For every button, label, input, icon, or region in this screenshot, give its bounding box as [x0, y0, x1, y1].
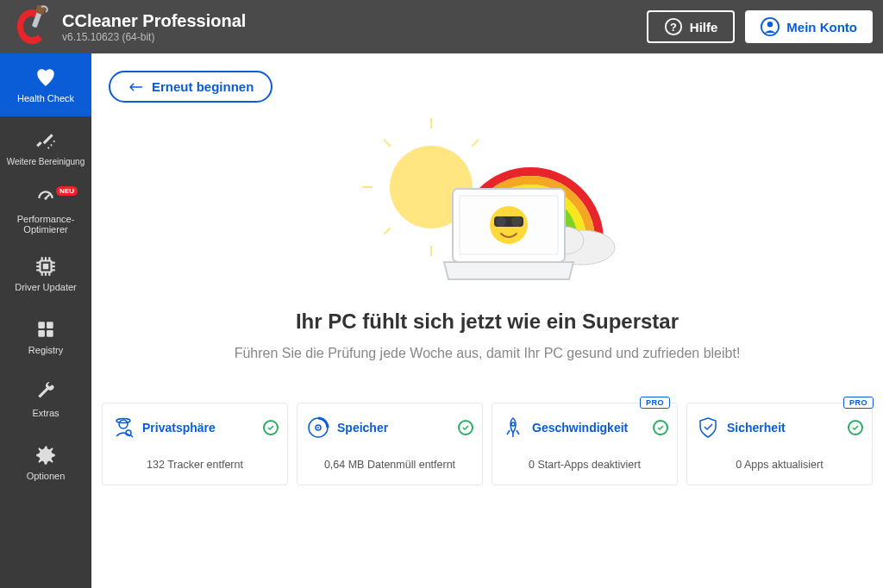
svg-rect-25 — [47, 322, 53, 328]
svg-line-34 — [472, 140, 479, 147]
pro-badge: PRO — [640, 397, 670, 409]
subline: Führen Sie die Prüfung jede Woche aus, d… — [235, 346, 741, 361]
card-text: 0 Apps aktualisiert — [696, 459, 863, 471]
svg-point-5 — [767, 22, 773, 27]
checkmark-icon — [458, 420, 473, 435]
svg-point-7 — [53, 140, 55, 141]
result-cards: Privatsphäre 132 Tracker entfernt Speich… — [98, 403, 876, 485]
pro-badge: PRO — [843, 397, 874, 409]
sidebar-item-label: Weitere Bereinigung — [7, 157, 85, 166]
app-title: CCleaner Professional — [62, 11, 647, 31]
sidebar-item-performance[interactable]: NEU Performance-Optimierer — [0, 179, 91, 242]
sidebar-item-label: Optionen — [27, 471, 66, 481]
svg-rect-26 — [38, 330, 45, 337]
sidebar-item-driver-updater[interactable]: Driver Updater — [0, 242, 91, 305]
rocket-icon — [501, 416, 525, 440]
svg-rect-27 — [47, 330, 53, 337]
sidebar-item-tools[interactable]: Extras — [0, 368, 91, 431]
gear-icon — [34, 444, 57, 466]
card-text: 132 Tracker entfernt — [111, 459, 279, 471]
checkmark-icon — [653, 420, 668, 435]
main-content: Erneut beginnen — [91, 53, 883, 588]
gauge-icon — [34, 187, 57, 210]
help-icon: ? — [664, 17, 683, 36]
user-icon — [761, 17, 780, 36]
sidebar-item-registry[interactable]: Registry — [0, 305, 91, 368]
card-title: Sicherheit — [727, 421, 841, 435]
shield-icon — [696, 416, 720, 440]
card-title: Speicher — [337, 421, 451, 435]
brush-sparkle-icon — [34, 130, 57, 153]
account-label: Mein Konto — [786, 20, 857, 34]
sidebar: Health Check Weitere Bereinigung NEU Per… — [0, 53, 91, 588]
svg-point-8 — [47, 147, 49, 148]
svg-text:?: ? — [670, 21, 677, 34]
disk-icon — [306, 416, 330, 440]
svg-line-35 — [384, 228, 391, 235]
grid-icon — [34, 318, 57, 341]
wrench-icon — [34, 381, 57, 403]
card-space[interactable]: Speicher 0,64 MB Datenmüll entfernt — [297, 403, 483, 485]
sidebar-item-label: Extras — [32, 408, 59, 418]
help-label: Hilfe — [690, 20, 718, 34]
svg-rect-11 — [43, 264, 49, 270]
sidebar-item-options[interactable]: Optionen — [0, 431, 91, 494]
illustration — [349, 111, 625, 292]
sidebar-item-label: Driver Updater — [15, 282, 77, 292]
heart-icon — [34, 66, 57, 89]
svg-point-46 — [116, 419, 130, 423]
card-security[interactable]: PRO Sicherheit 0 Apps aktualisiert — [686, 403, 873, 485]
account-button[interactable]: Mein Konto — [745, 10, 873, 43]
svg-point-44 — [511, 216, 522, 227]
app-logo — [10, 5, 53, 48]
svg-rect-24 — [38, 322, 45, 328]
sidebar-item-label: Performance-Optimierer — [3, 214, 88, 235]
card-text: 0 Start-Apps deaktiviert — [501, 459, 668, 471]
app-header: CCleaner Professional v6.15.10623 (64-bi… — [0, 0, 883, 53]
svg-point-43 — [496, 216, 506, 227]
app-version: v6.15.10623 (64-bit) — [62, 31, 647, 43]
sidebar-item-label: Health Check — [17, 93, 74, 103]
svg-point-45 — [119, 420, 128, 428]
title-block: CCleaner Professional v6.15.10623 (64-bi… — [62, 11, 647, 43]
svg-line-33 — [384, 140, 391, 147]
card-text: 0,64 MB Datenmüll entfernt — [306, 459, 473, 471]
new-badge: NEU — [56, 186, 78, 196]
sidebar-item-label: Registry — [28, 345, 63, 355]
svg-point-51 — [317, 427, 319, 428]
headline: Ihr PC fühlt sich jetzt wie ein Supersta… — [296, 310, 679, 334]
svg-point-6 — [50, 144, 52, 146]
card-title: Geschwindigkeit — [532, 421, 646, 435]
svg-line-48 — [130, 435, 133, 437]
sidebar-item-health-check[interactable]: Health Check — [0, 53, 91, 116]
svg-point-9 — [44, 197, 47, 199]
svg-point-52 — [511, 422, 515, 426]
card-title: Privatsphäre — [142, 421, 256, 435]
restart-label: Erneut beginnen — [152, 79, 254, 94]
arrow-left-icon — [128, 81, 143, 93]
hero-section: Ihr PC fühlt sich jetzt wie ein Supersta… — [98, 111, 876, 361]
privacy-icon — [111, 416, 135, 440]
checkmark-icon — [263, 420, 279, 435]
checkmark-icon — [848, 420, 863, 435]
chip-icon — [34, 255, 57, 278]
card-speed[interactable]: PRO Geschwindigkeit 0 Start-Apps deaktiv… — [492, 403, 678, 485]
sidebar-item-custom-clean[interactable]: Weitere Bereinigung — [0, 116, 91, 179]
card-privacy[interactable]: Privatsphäre 132 Tracker entfernt — [102, 403, 288, 485]
help-button[interactable]: ? Hilfe — [647, 10, 736, 43]
restart-button[interactable]: Erneut beginnen — [109, 71, 272, 103]
